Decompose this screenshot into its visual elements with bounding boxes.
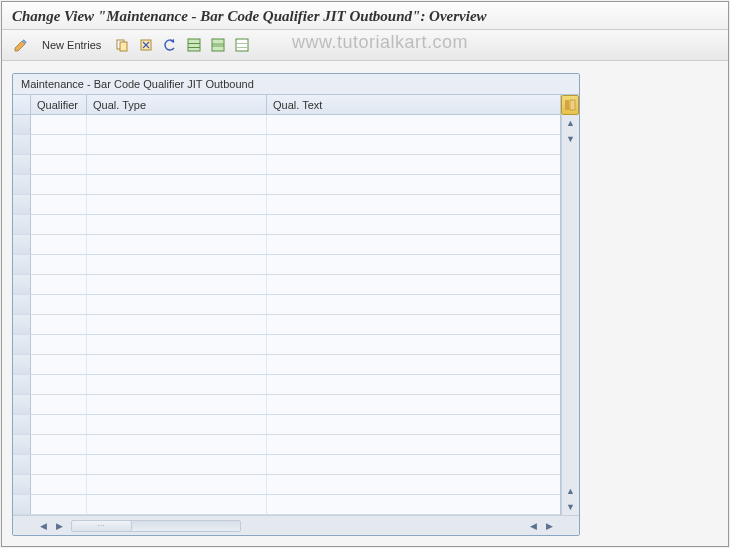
column-header-qual-text[interactable]: Qual. Text — [267, 95, 560, 114]
cell-qualifier[interactable] — [31, 275, 87, 294]
table-row[interactable] — [13, 495, 560, 515]
row-selector[interactable] — [13, 415, 31, 434]
cell-qual-type[interactable] — [87, 135, 267, 154]
row-selector[interactable] — [13, 435, 31, 454]
cell-qualifier[interactable] — [31, 235, 87, 254]
horizontal-scroll-track[interactable]: ⋯ — [71, 520, 241, 532]
row-selector[interactable] — [13, 235, 31, 254]
cell-qual-type[interactable] — [87, 235, 267, 254]
scroll-right-icon[interactable]: ▶ — [52, 519, 66, 533]
table-row[interactable] — [13, 275, 560, 295]
cell-qual-type[interactable] — [87, 475, 267, 494]
cell-qualifier[interactable] — [31, 355, 87, 374]
table-row[interactable] — [13, 135, 560, 155]
cell-qualifier[interactable] — [31, 195, 87, 214]
cell-qualifier[interactable] — [31, 335, 87, 354]
cell-qual-type[interactable] — [87, 395, 267, 414]
scroll-down-icon[interactable]: ▼ — [564, 132, 578, 146]
cell-qualifier[interactable] — [31, 115, 87, 134]
table-row[interactable] — [13, 375, 560, 395]
row-selector[interactable] — [13, 335, 31, 354]
cell-qual-type[interactable] — [87, 315, 267, 334]
cell-qual-text[interactable] — [267, 315, 560, 334]
cell-qualifier[interactable] — [31, 135, 87, 154]
cell-qualifier[interactable] — [31, 255, 87, 274]
cell-qual-type[interactable] — [87, 115, 267, 134]
horizontal-scrollbar[interactable]: ◀ ▶ ⋯ ◀ ▶ — [13, 515, 579, 535]
cell-qual-type[interactable] — [87, 195, 267, 214]
cell-qual-text[interactable] — [267, 195, 560, 214]
undo-change-icon[interactable] — [159, 34, 181, 56]
cell-qual-type[interactable] — [87, 415, 267, 434]
cell-qual-type[interactable] — [87, 175, 267, 194]
table-row[interactable] — [13, 235, 560, 255]
cell-qual-text[interactable] — [267, 455, 560, 474]
cell-qualifier[interactable] — [31, 375, 87, 394]
table-row[interactable] — [13, 215, 560, 235]
cell-qual-text[interactable] — [267, 395, 560, 414]
deselect-all-icon[interactable] — [231, 34, 253, 56]
table-row[interactable] — [13, 195, 560, 215]
cell-qual-text[interactable] — [267, 415, 560, 434]
cell-qualifier[interactable] — [31, 435, 87, 454]
cell-qual-text[interactable] — [267, 255, 560, 274]
new-entries-button[interactable]: New Entries — [34, 34, 109, 56]
table-row[interactable] — [13, 475, 560, 495]
cell-qual-text[interactable] — [267, 235, 560, 254]
cell-qualifier[interactable] — [31, 295, 87, 314]
cell-qual-text[interactable] — [267, 155, 560, 174]
table-row[interactable] — [13, 455, 560, 475]
scroll-up-icon[interactable]: ▲ — [564, 116, 578, 130]
cell-qual-text[interactable] — [267, 295, 560, 314]
cell-qual-type[interactable] — [87, 355, 267, 374]
row-selector[interactable] — [13, 195, 31, 214]
cell-qualifier[interactable] — [31, 155, 87, 174]
cell-qualifier[interactable] — [31, 315, 87, 334]
table-row[interactable] — [13, 175, 560, 195]
table-row[interactable] — [13, 435, 560, 455]
select-block-icon[interactable] — [207, 34, 229, 56]
row-selector[interactable] — [13, 215, 31, 234]
row-selector[interactable] — [13, 455, 31, 474]
column-header-qual-type[interactable]: Qual. Type — [87, 95, 267, 114]
cell-qualifier[interactable] — [31, 395, 87, 414]
cell-qual-text[interactable] — [267, 275, 560, 294]
table-row[interactable] — [13, 255, 560, 275]
row-selector[interactable] — [13, 155, 31, 174]
table-row[interactable] — [13, 315, 560, 335]
row-selector[interactable] — [13, 275, 31, 294]
row-selector[interactable] — [13, 475, 31, 494]
cell-qualifier[interactable] — [31, 175, 87, 194]
row-selector[interactable] — [13, 495, 31, 514]
row-selector[interactable] — [13, 375, 31, 394]
table-row[interactable] — [13, 295, 560, 315]
column-header-qualifier[interactable]: Qualifier — [31, 95, 87, 114]
cell-qual-text[interactable] — [267, 135, 560, 154]
scroll-left-end-icon[interactable]: ◀ — [526, 519, 540, 533]
table-row[interactable] — [13, 155, 560, 175]
cell-qualifier[interactable] — [31, 495, 87, 514]
toggle-display-change-icon[interactable] — [10, 34, 32, 56]
table-row[interactable] — [13, 115, 560, 135]
scroll-right-end-icon[interactable]: ▶ — [542, 519, 556, 533]
cell-qualifier[interactable] — [31, 475, 87, 494]
cell-qual-text[interactable] — [267, 355, 560, 374]
scroll-down-bottom-icon[interactable]: ▼ — [564, 500, 578, 514]
copy-as-icon[interactable] — [111, 34, 133, 56]
delete-icon[interactable] — [135, 34, 157, 56]
cell-qual-text[interactable] — [267, 475, 560, 494]
cell-qual-text[interactable] — [267, 375, 560, 394]
row-selector[interactable] — [13, 115, 31, 134]
table-row[interactable] — [13, 415, 560, 435]
table-row[interactable] — [13, 335, 560, 355]
cell-qual-type[interactable] — [87, 435, 267, 454]
row-selector[interactable] — [13, 255, 31, 274]
horizontal-scroll-thumb[interactable]: ⋯ — [72, 521, 132, 531]
vertical-scrollbar[interactable]: ▲ ▼ ▲ ▼ — [561, 115, 579, 515]
cell-qual-text[interactable] — [267, 175, 560, 194]
select-all-column-header[interactable] — [13, 95, 31, 114]
row-selector[interactable] — [13, 175, 31, 194]
cell-qual-text[interactable] — [267, 215, 560, 234]
cell-qual-type[interactable] — [87, 375, 267, 394]
table-row[interactable] — [13, 395, 560, 415]
